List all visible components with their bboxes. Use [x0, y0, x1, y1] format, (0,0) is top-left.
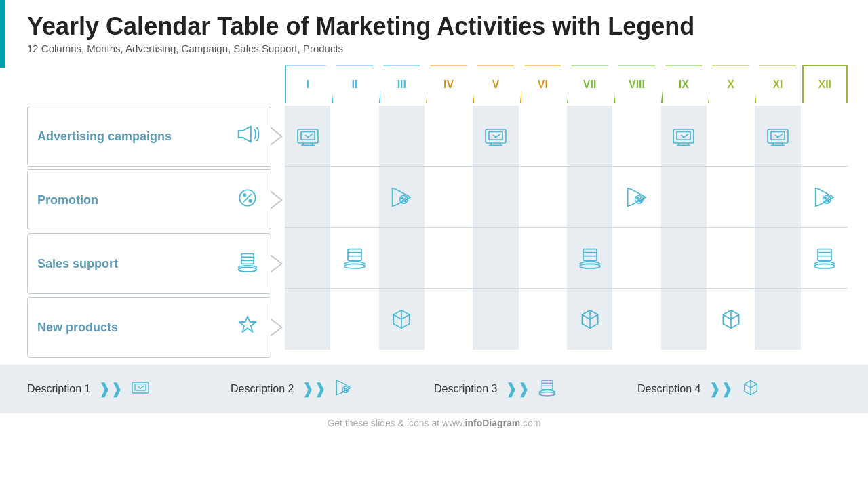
cell-new-12 — [802, 289, 848, 350]
row-label-promotion: Promotion — [27, 169, 271, 230]
svg-point-24 — [637, 197, 639, 199]
svg-rect-5 — [241, 253, 254, 264]
row-label-text-newproducts: New products — [37, 321, 229, 336]
cell-new-3 — [379, 289, 425, 350]
legend-label-3: Description 3 — [434, 383, 497, 395]
svg-point-21 — [404, 200, 406, 202]
cell-promo-6 — [520, 167, 566, 227]
svg-point-37 — [580, 264, 600, 268]
svg-point-33 — [344, 264, 365, 268]
cell-promo-3 — [379, 167, 425, 227]
month-XI: XI — [755, 65, 800, 103]
cell-adv-8 — [614, 106, 659, 166]
cell-sales-1 — [285, 228, 330, 288]
grid-row-sales — [285, 228, 848, 289]
cell-sales-10 — [708, 228, 753, 288]
month-headers: I II III IV V VI VII VIII — [285, 65, 848, 103]
subtitle: 12 Columns, Months, Advertising, Campaig… — [27, 43, 841, 54]
cell-sales-4 — [426, 228, 471, 288]
cell-promo-7 — [567, 167, 612, 227]
cell-adv-12 — [802, 106, 848, 166]
svg-rect-11 — [301, 131, 315, 140]
svg-point-8 — [239, 267, 257, 272]
cell-adv-5 — [473, 106, 518, 166]
cell-promo-8 — [614, 167, 659, 227]
month-XII: XII — [802, 65, 848, 103]
cell-adv-7 — [567, 106, 612, 166]
legend-icon-1 — [130, 377, 151, 401]
cell-new-9 — [661, 289, 707, 350]
month-III: III — [379, 65, 425, 103]
cell-adv-1 — [285, 106, 330, 166]
row-labels: Advertising campaigns Promotion — [27, 106, 271, 361]
month-I: I — [285, 65, 330, 103]
legend-label-4: Description 4 — [637, 383, 701, 395]
month-IX: IX — [661, 65, 707, 103]
month-II: II — [332, 65, 377, 103]
svg-rect-30 — [348, 249, 361, 261]
cell-new-4 — [426, 289, 471, 350]
month-VII: VII — [567, 65, 612, 103]
cell-promo-9 — [661, 167, 707, 227]
svg-point-20 — [401, 197, 403, 199]
row-label-text-sales: Sales support — [37, 257, 229, 272]
grid-area: I II III IV V VI VII VIII — [285, 65, 848, 361]
legend-arrow-1: ❱❱ — [98, 380, 123, 398]
svg-rect-46 — [135, 384, 146, 390]
legend-label-1: Description 1 — [27, 383, 90, 395]
svg-point-25 — [639, 200, 642, 202]
cell-promo-11 — [755, 167, 800, 227]
grid-row-promotion — [285, 167, 848, 228]
month-VI: VI — [520, 65, 566, 103]
month-VIII: VIII — [614, 65, 659, 103]
svg-rect-17 — [771, 131, 785, 140]
legend-arrow-4: ❱❱ — [709, 380, 733, 398]
svg-point-4 — [250, 199, 252, 201]
cell-promo-10 — [708, 167, 753, 227]
cell-adv-11 — [755, 106, 800, 166]
percent-tag-icon — [234, 184, 261, 216]
cell-new-8 — [614, 289, 659, 350]
cell-adv-6 — [520, 106, 566, 166]
svg-point-29 — [827, 200, 829, 202]
grid-rows — [285, 106, 848, 350]
month-X: X — [708, 65, 753, 103]
cell-promo-12 — [802, 167, 848, 227]
month-V: V — [473, 65, 518, 103]
legend-arrow-2: ❱❱ — [302, 380, 326, 398]
svg-rect-34 — [583, 249, 597, 261]
cell-adv-9 — [661, 106, 707, 166]
cell-promo-2 — [332, 167, 377, 227]
svg-point-3 — [243, 194, 245, 196]
cell-new-10 — [708, 289, 753, 350]
legend-item-3: Description 3 ❱❱ — [434, 377, 637, 401]
svg-point-54 — [539, 392, 555, 396]
row-label-newproducts: New products — [27, 297, 271, 358]
page-title: Yearly Calendar Table of Marketing Activ… — [27, 12, 841, 40]
cell-adv-3 — [379, 106, 425, 166]
cell-promo-4 — [426, 167, 471, 227]
cell-new-11 — [755, 289, 800, 350]
legend-label-2: Description 2 — [231, 383, 294, 395]
svg-marker-9 — [239, 317, 256, 332]
svg-point-50 — [347, 390, 348, 392]
cell-sales-11 — [755, 228, 800, 288]
cell-sales-6 — [520, 228, 566, 288]
cell-new-1 — [285, 289, 330, 350]
row-label-text-promotion: Promotion — [37, 193, 229, 208]
legend-item-2: Description 2 ❱❱ — [231, 377, 434, 401]
cell-adv-10 — [708, 106, 753, 166]
month-IV: IV — [426, 65, 471, 103]
svg-point-49 — [344, 388, 345, 389]
legend-icon-2 — [333, 377, 355, 401]
cell-new-7 — [567, 289, 612, 350]
svg-point-28 — [825, 197, 827, 199]
grid-row-advertising — [285, 106, 848, 167]
left-accent — [0, 0, 5, 68]
cell-new-2 — [332, 289, 377, 350]
svg-rect-51 — [542, 381, 553, 390]
cell-sales-9 — [661, 228, 707, 288]
row-label-sales: Sales support — [27, 233, 271, 294]
main-content: Advertising campaigns Promotion — [0, 65, 868, 361]
cell-adv-2 — [332, 106, 377, 166]
